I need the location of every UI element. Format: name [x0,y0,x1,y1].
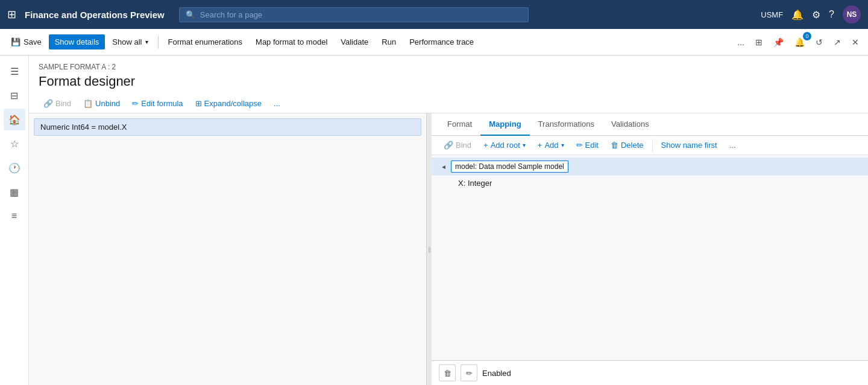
show-name-first-button[interactable]: Show name first [656,138,722,152]
model-node-box: model: Data model Sample model [451,161,568,173]
puzzle-icon-button[interactable]: ⊞ [751,34,767,50]
format-row-text: Numeric Int64 = model.X [40,122,127,132]
validate-button[interactable]: Validate [335,34,374,49]
expand-collapse-button[interactable]: ⊞ Expand/collapse [190,97,266,110]
page-title: Format designer [39,74,858,89]
page-header: SAMPLE FORMAT A : 2 Format designer [29,56,868,94]
mapping-toolbar: 🔗 Bind + Add root ▾ + Add ▾ ✏ [432,136,868,155]
show-all-dropdown-icon: ▾ [145,39,148,45]
edit-formula-button[interactable]: ✏ Edit formula [127,97,187,110]
show-details-button[interactable]: Show details [49,34,105,49]
main-layout: ☰ ⊟ 🏠 ☆ 🕐 ▦ ≡ SAMPLE FORMAT A : 2 Format… [0,56,868,385]
right-pane: Format Mapping Transformations Validatio… [432,113,868,385]
bottom-edit-button[interactable]: ✏ [461,364,477,381]
sidebar-clock-icon[interactable]: 🕐 [4,157,25,179]
map-format-button[interactable]: Map format to model [250,34,333,49]
add-icon: + [538,141,542,150]
breadcrumb: SAMPLE FORMAT A : 2 [39,63,858,71]
top-nav: ⊞ Finance and Operations Preview 🔍 USMF … [0,0,868,29]
bottom-bar: 🗑 ✏ Enabled [432,360,868,385]
nav-right-section: USMF 🔔 ⚙ ? NS [761,5,861,24]
toolbar-right: ... ⊞ 📌 🔔 0 ↺ ↗ ✕ [733,34,863,50]
search-box[interactable]: 🔍 [179,7,529,22]
sidebar-star-icon[interactable]: ☆ [4,133,25,154]
avatar[interactable]: NS [843,5,861,24]
open-new-button[interactable]: ↗ [829,34,845,50]
app-title: Finance and Operations Preview [25,10,165,20]
add-button[interactable]: + Add ▾ [533,138,569,152]
edit-icon: ✏ [576,141,583,150]
bottom-delete-button[interactable]: 🗑 [439,364,456,381]
main-toolbar: 💾 Save Show details Show all ▾ Format en… [0,29,868,56]
bell-icon[interactable]: 🔔 [791,9,804,21]
close-button[interactable]: ✕ [848,34,863,50]
tree-node-text-child: X: Integer [458,179,492,188]
delete-icon: 🗑 [611,141,618,150]
sidebar-workspace-icon[interactable]: ▦ [4,181,25,203]
split-pane: Numeric Int64 = model.X ‖ Format Mapping… [29,113,868,385]
user-region: USMF [761,10,783,19]
bottom-edit-icon: ✏ [466,369,473,378]
bottom-delete-icon: 🗑 [444,369,451,378]
sidebar-list-icon[interactable]: ≡ [4,205,25,227]
notification-badge[interactable]: 🔔 0 [790,34,809,50]
inner-more-button[interactable]: ... [269,97,285,110]
tab-mapping[interactable]: Mapping [480,113,529,136]
mapping-bind-button[interactable]: 🔗 Bind [439,138,476,152]
search-icon: 🔍 [186,10,195,19]
unbind-icon: 📋 [83,99,93,108]
left-pane: Numeric Int64 = model.X [29,113,427,385]
tree-node-text-model: model: Data model Sample model [451,161,568,173]
more-button[interactable]: ... [733,34,749,50]
add-dropdown-icon: ▾ [561,142,564,148]
left-sidebar: ☰ ⊟ 🏠 ☆ 🕐 ▦ ≡ [0,56,29,385]
edit-formula-icon: ✏ [132,99,139,108]
tab-validations[interactable]: Validations [603,113,658,136]
unbind-button[interactable]: 📋 Unbind [78,97,125,110]
grid-icon[interactable]: ⊞ [7,8,16,21]
sidebar-menu-icon[interactable]: ☰ [4,60,25,82]
settings-icon[interactable]: ⚙ [812,9,820,21]
delete-button[interactable]: 🗑 Delete [606,138,649,152]
save-button[interactable]: 💾 Save [5,34,48,49]
content-area: SAMPLE FORMAT A : 2 Format designer 🔗 Bi… [29,56,868,385]
inner-toolbar: 🔗 Bind 📋 Unbind ✏ Edit formula ⊞ Expand/… [29,94,868,113]
map-separator [652,139,653,151]
tree-node-child[interactable]: X: Integer [432,176,868,191]
add-root-button[interactable]: + Add root ▾ [479,138,530,152]
help-icon[interactable]: ? [829,9,834,20]
search-input[interactable] [200,10,522,19]
tree-node-model[interactable]: ◄ model: Data model Sample model [432,158,868,176]
divider-icon: ‖ [428,246,431,253]
tree-area: ◄ model: Data model Sample model X: Inte… [432,155,868,360]
divider-handle[interactable]: ‖ [427,113,432,385]
status-text: Enabled [482,369,511,378]
mapping-more-button[interactable]: ... [725,138,741,152]
refresh-button[interactable]: ↺ [811,34,827,50]
save-icon: 💾 [11,37,20,46]
add-root-dropdown-icon: ▾ [523,142,526,148]
tab-transformations[interactable]: Transformations [530,113,603,136]
pin-icon-button[interactable]: 📌 [769,34,788,50]
bind-icon: 🔗 [43,99,53,108]
format-row[interactable]: Numeric Int64 = model.X [34,118,421,136]
mapping-bind-icon: 🔗 [444,141,453,150]
tree-expand-icon[interactable]: ◄ [439,162,448,171]
format-enumerations-button[interactable]: Format enumerations [162,34,249,49]
edit-button[interactable]: ✏ Edit [571,138,603,152]
toolbar-separator-1 [158,36,159,49]
tabs-bar: Format Mapping Transformations Validatio… [432,113,868,136]
performance-trace-button[interactable]: Performance trace [403,34,480,49]
run-button[interactable]: Run [376,34,402,49]
bind-button[interactable]: 🔗 Bind [39,97,76,110]
show-all-button[interactable]: Show all ▾ [106,34,154,49]
sidebar-filter-icon[interactable]: ⊟ [4,84,25,106]
expand-collapse-icon: ⊞ [195,99,202,108]
sidebar-home-icon[interactable]: 🏠 [4,109,25,130]
tab-format[interactable]: Format [439,113,480,136]
add-root-icon: + [483,141,488,150]
